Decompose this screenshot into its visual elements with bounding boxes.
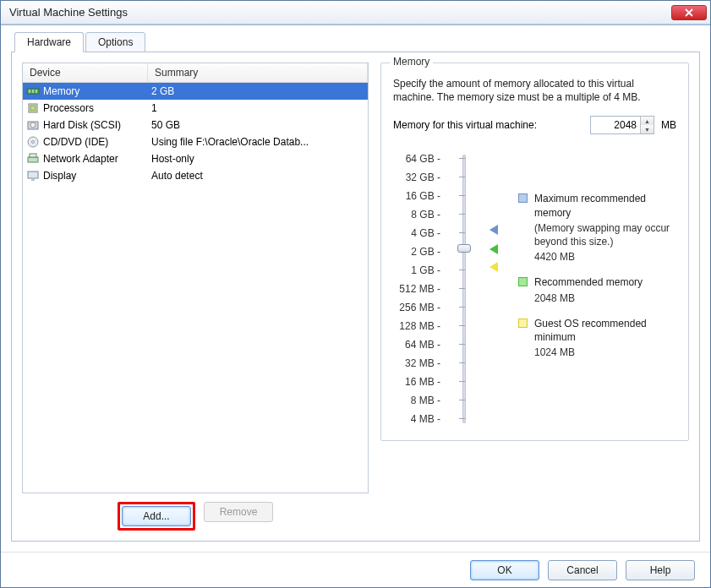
tick-label: 64 GB -: [393, 150, 440, 168]
swatch-min: [518, 318, 528, 328]
ok-button[interactable]: OK: [470, 560, 539, 580]
device-row-net[interactable]: Network AdapterHost-only: [23, 150, 368, 167]
svg-point-9: [32, 141, 35, 144]
device-name: Display: [43, 170, 76, 182]
legend-min-title: Guest OS recommended minimum: [534, 317, 676, 344]
tick-label: 16 GB -: [393, 187, 440, 205]
svg-rect-3: [36, 90, 37, 93]
swatch-max: [518, 193, 528, 203]
svg-rect-2: [32, 90, 34, 93]
svg-rect-5: [30, 106, 36, 111]
memory-legend: Maximum recommended memory (Memory swapp…: [518, 150, 676, 428]
help-button[interactable]: Help: [626, 560, 695, 580]
device-row-hdd[interactable]: Hard Disk (SCSI)50 GB: [23, 117, 368, 133]
svg-rect-10: [28, 157, 38, 162]
slider-tick-labels: 64 GB -32 GB -16 GB -8 GB -4 GB -2 GB -1…: [393, 150, 440, 428]
legend-max-title: Maximum recommended memory: [534, 192, 676, 219]
cancel-button[interactable]: Cancel: [548, 560, 617, 580]
device-row-cd[interactable]: CD/DVD (IDE)Using file F:\Oracle\Oracle …: [23, 133, 368, 150]
hdd-icon: [26, 118, 40, 132]
legend-max-sub2: 4420 MB: [534, 250, 676, 264]
tick-label: 4 MB -: [393, 410, 440, 428]
svg-rect-13: [31, 179, 35, 181]
add-button[interactable]: Add...: [122, 506, 191, 526]
marker-min: [489, 262, 498, 272]
memory-icon: [26, 84, 40, 98]
device-summary: Auto detect: [148, 170, 368, 182]
device-name: Network Adapter: [43, 153, 118, 165]
tick-label: 1 GB -: [393, 261, 440, 280]
memory-group-title: Memory: [390, 56, 433, 68]
tick-label: 4 GB -: [393, 224, 440, 242]
tab-options[interactable]: Options: [85, 32, 145, 52]
col-summary[interactable]: Summary: [148, 63, 368, 82]
marker-max: [489, 225, 498, 235]
device-name: Processors: [43, 102, 94, 114]
device-list[interactable]: Device Summary Memory2 GBProcessors1Hard…: [22, 63, 369, 493]
cpu-icon: [26, 101, 40, 115]
tick-label: 8 GB -: [393, 205, 440, 224]
col-device[interactable]: Device: [23, 63, 148, 82]
display-icon: [26, 169, 40, 182]
legend-rec-sub: 2048 MB: [534, 291, 643, 305]
svg-point-7: [30, 122, 36, 128]
close-icon: [685, 8, 693, 17]
device-name: Hard Disk (SCSI): [43, 119, 121, 131]
memory-field-label: Memory for this virtual machine:: [393, 119, 537, 131]
device-summary: Using file F:\Oracle\Oracle Datab...: [148, 136, 368, 148]
tab-page-hardware: Device Summary Memory2 GBProcessors1Hard…: [11, 52, 700, 542]
legend-max-sub1: (Memory swapping may occur beyond this s…: [534, 221, 676, 248]
device-summary: 2 GB: [148, 85, 368, 97]
svg-rect-12: [28, 172, 38, 178]
memory-slider[interactable]: [454, 150, 476, 428]
memory-spinner[interactable]: ▲ ▼: [590, 116, 654, 134]
tabs: Hardware Options: [11, 32, 700, 52]
memory-description: Specify the amount of memory allocated t…: [393, 77, 676, 104]
tick-label: 256 MB -: [393, 298, 440, 317]
dialog-footer: OK Cancel Help: [1, 552, 710, 587]
slider-markers: [489, 150, 505, 428]
net-icon: [26, 152, 40, 166]
tick-label: 64 MB -: [393, 335, 440, 354]
swatch-rec: [518, 277, 528, 286]
slider-thumb[interactable]: [457, 244, 471, 253]
tab-hardware[interactable]: Hardware: [14, 32, 84, 52]
remove-button: Remove: [204, 502, 273, 522]
tick-label: 16 MB -: [393, 373, 440, 391]
tick-label: 128 MB -: [393, 317, 440, 335]
marker-recommended: [489, 244, 498, 254]
cd-icon: [26, 135, 40, 149]
memory-input[interactable]: [591, 119, 640, 131]
legend-rec-title: Recommended memory: [534, 275, 643, 289]
memory-unit: MB: [661, 119, 676, 131]
memory-group: Memory Specify the amount of memory allo…: [380, 63, 689, 441]
tick-label: 2 GB -: [393, 242, 440, 261]
spin-up[interactable]: ▲: [641, 117, 654, 125]
device-name: CD/DVD (IDE): [43, 136, 108, 148]
device-row-memory[interactable]: Memory2 GB: [23, 83, 368, 100]
device-summary: 1: [148, 102, 368, 114]
svg-rect-1: [29, 90, 30, 93]
device-list-header: Device Summary: [23, 63, 368, 83]
device-row-display[interactable]: DisplayAuto detect: [23, 167, 368, 184]
device-summary: 50 GB: [148, 119, 368, 131]
legend-min-sub: 1024 MB: [534, 346, 676, 359]
titlebar: Virtual Machine Settings: [1, 1, 710, 24]
window-title: Virtual Machine Settings: [9, 6, 671, 19]
device-name: Memory: [43, 85, 79, 97]
add-button-highlight: Add...: [118, 502, 195, 531]
tick-label: 512 MB -: [393, 280, 440, 298]
tick-label: 32 MB -: [393, 354, 440, 373]
device-summary: Host-only: [148, 153, 368, 165]
svg-rect-11: [30, 154, 36, 157]
close-button[interactable]: [671, 5, 707, 20]
tick-label: 32 GB -: [393, 168, 440, 187]
spin-down[interactable]: ▼: [641, 125, 654, 133]
tick-label: 8 MB -: [393, 391, 440, 410]
device-row-cpu[interactable]: Processors1: [23, 100, 368, 117]
